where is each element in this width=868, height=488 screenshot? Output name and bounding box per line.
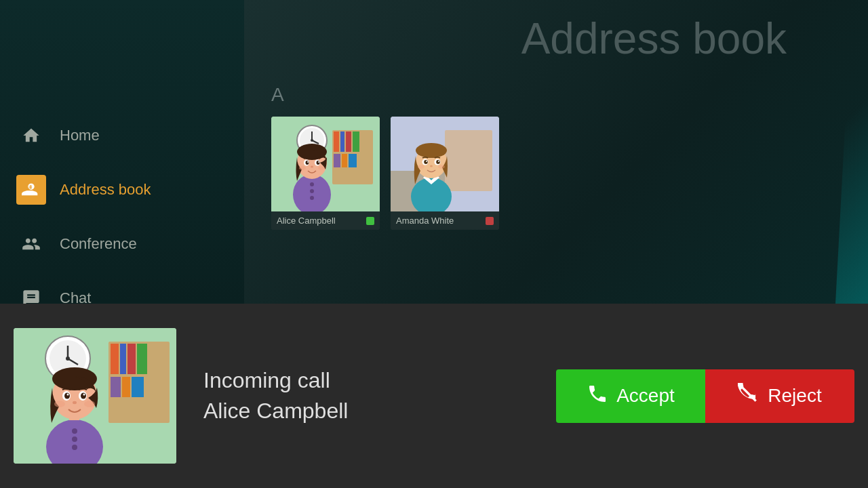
svg-rect-51	[137, 344, 147, 374]
call-info: Incoming call Alice Campbell	[190, 354, 556, 437]
svg-point-28	[310, 189, 314, 193]
section-letter-a: A	[271, 84, 841, 106]
svg-point-26	[318, 166, 325, 170]
contact-info-alice: Alice Campbell	[271, 211, 380, 230]
svg-point-44	[418, 165, 425, 169]
contact-name-alice: Alice Campbell	[277, 216, 336, 226]
contact-card-alice[interactable]: Alice Campbell	[271, 117, 380, 230]
svg-point-42	[438, 161, 439, 162]
svg-rect-4	[346, 131, 351, 152]
conference-icon	[16, 229, 46, 259]
svg-point-43	[430, 165, 433, 167]
addressbook-icon	[16, 175, 46, 205]
svg-rect-8	[349, 154, 357, 167]
svg-rect-53	[122, 377, 130, 397]
avatar-amanda	[391, 117, 499, 211]
svg-point-21	[317, 161, 320, 165]
svg-point-20	[306, 161, 309, 165]
sidebar-label-address-book: Address book	[60, 181, 151, 199]
svg-point-41	[426, 161, 427, 162]
sidebar-item-address-book[interactable]: Address book	[0, 163, 244, 217]
svg-point-23	[318, 161, 319, 163]
svg-point-29	[310, 196, 314, 200]
sidebar-item-home[interactable]: Home	[0, 108, 244, 163]
svg-rect-2	[334, 131, 339, 152]
reject-button[interactable]: Reject	[705, 369, 854, 423]
svg-rect-54	[132, 377, 144, 397]
home-icon	[16, 121, 46, 150]
incoming-call-label: Incoming call	[203, 368, 542, 393]
svg-point-40	[436, 160, 440, 164]
svg-point-70	[73, 401, 77, 404]
svg-rect-7	[342, 154, 347, 167]
sidebar-label-home: Home	[60, 127, 100, 144]
svg-line-76	[742, 386, 756, 401]
svg-point-68	[67, 394, 69, 396]
call-actions: Accept Reject	[556, 369, 854, 423]
caller-name-label: Alice Campbell	[203, 399, 542, 424]
svg-point-25	[299, 166, 306, 170]
avatar-alice	[271, 117, 380, 211]
sidebar: Home Address book Conference	[0, 0, 244, 304]
svg-point-45	[438, 165, 445, 169]
svg-point-24	[311, 166, 313, 168]
svg-point-75	[72, 445, 77, 450]
svg-point-69	[83, 394, 85, 396]
accept-button[interactable]: Accept	[556, 369, 705, 423]
incoming-call-bar: Incoming call Alice Campbell Accept Reje…	[0, 304, 868, 488]
reject-icon	[738, 383, 760, 409]
contact-name-amanda: Amanda White	[396, 216, 454, 226]
svg-point-72	[84, 401, 95, 407]
svg-rect-3	[340, 131, 344, 152]
svg-point-36	[416, 143, 447, 158]
page-title: Address book	[271, 14, 841, 64]
contacts-grid: Alice Campbell	[271, 117, 841, 230]
caller-avatar	[14, 328, 176, 464]
svg-point-27	[310, 182, 314, 186]
svg-rect-6	[334, 154, 340, 167]
sidebar-item-conference[interactable]: Conference	[0, 217, 244, 271]
status-alice	[366, 217, 374, 225]
svg-point-73	[72, 428, 77, 434]
svg-point-13	[311, 139, 313, 142]
svg-rect-52	[111, 377, 121, 397]
svg-rect-5	[353, 131, 359, 152]
status-amanda	[486, 217, 494, 225]
main-content: Address book A	[244, 0, 868, 304]
svg-point-59	[66, 357, 70, 361]
svg-point-74	[72, 436, 77, 442]
contact-card-amanda[interactable]: Amanda White	[391, 117, 499, 230]
svg-rect-31	[445, 130, 492, 191]
svg-point-39	[424, 160, 428, 164]
contact-info-amanda: Amanda White	[391, 211, 499, 230]
svg-point-66	[64, 393, 70, 399]
svg-point-67	[81, 393, 86, 399]
svg-rect-49	[120, 344, 126, 374]
accept-icon	[587, 383, 608, 409]
accept-label: Accept	[616, 385, 675, 407]
svg-rect-50	[127, 344, 136, 374]
svg-point-22	[307, 161, 309, 163]
svg-rect-48	[111, 344, 119, 374]
reject-label: Reject	[768, 385, 821, 407]
sidebar-label-conference: Conference	[60, 235, 137, 253]
svg-point-71	[54, 401, 65, 407]
